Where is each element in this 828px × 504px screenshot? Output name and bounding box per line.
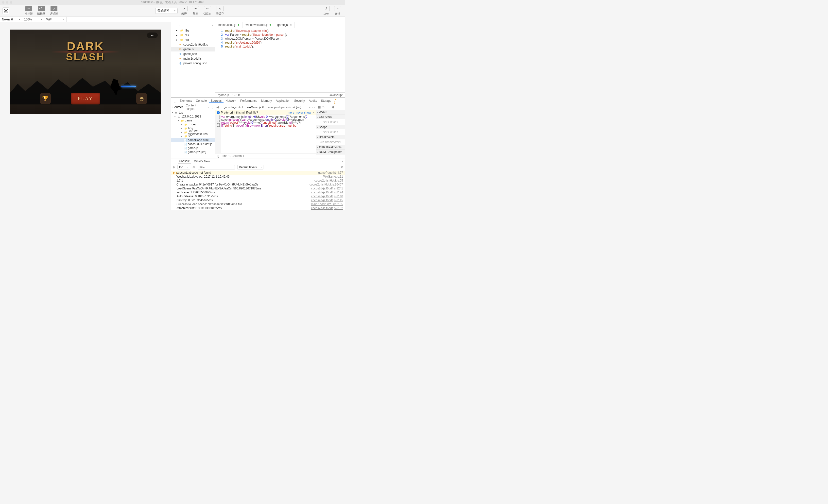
eye-icon[interactable]: 👁 [193, 166, 196, 169]
background-button[interactable]: ⇤切后台 [202, 6, 213, 15]
details-button[interactable]: ≡详情 [333, 6, 342, 15]
log-row[interactable]: AutoRelease: 0.1845703125mscocos2d-js.f6… [171, 194, 345, 198]
log-source-link[interactable]: cocos2d-js.f6ddf.js:8162 [311, 206, 343, 210]
folder-item[interactable]: ▸📁src [171, 37, 215, 42]
log-row[interactable]: Create unpacker 041e40617 for 9ayXuOmtRJ… [171, 182, 345, 186]
log-source-link[interactable]: cocos2d-js.f6ddf.js:8140 [311, 195, 343, 198]
log-source-link[interactable]: cocos2d-js.f6ddf.js:8241 [311, 187, 343, 190]
scope-section[interactable]: Scope [316, 125, 345, 129]
log-row[interactable]: InitScene: 1.27685546875mscocos2d-js.f6d… [171, 191, 345, 194]
sources-subtab[interactable]: Sources [172, 106, 183, 109]
layout-icon[interactable]: ▭ [312, 106, 315, 109]
pretty-never-link[interactable]: never show [296, 111, 311, 114]
gear-icon[interactable]: ⚙ [341, 166, 343, 169]
editor-tab[interactable]: wx-downloader.js [243, 22, 274, 28]
editor-tab[interactable]: game.js× [274, 22, 295, 28]
devtools-tab-network[interactable]: Network [223, 99, 238, 102]
content-scripts-subtab[interactable]: Content scripts [186, 104, 205, 111]
minimize-dot[interactable] [6, 1, 8, 4]
breakpoints-section[interactable]: Breakpoints [316, 135, 345, 139]
devtools-tab-performance[interactable]: Performance [238, 99, 259, 102]
devtools-tab-audits[interactable]: Audits [307, 99, 319, 102]
game-screen[interactable]: DARK SLASH PLAY 🏆 ◓ ••• [10, 30, 161, 114]
debugger-button[interactable]: ⇄调试器 [48, 6, 59, 15]
folder-item[interactable]: ▸📁res [171, 33, 215, 37]
devtools-tab-sources[interactable]: Sources [209, 99, 223, 103]
game-menu-button[interactable]: ••• [147, 33, 158, 38]
close-dot[interactable] [2, 1, 4, 4]
play-button[interactable]: PLAY [71, 93, 100, 104]
pretty-more-link[interactable]: more [288, 111, 294, 114]
code-editor[interactable]: 12345 require('libs/weapp-adapter-min');… [215, 28, 345, 92]
log-source-link[interactable]: cocos2d-js.f6ddf.js:65 [315, 179, 343, 182]
log-row[interactable]: LoadScene 9ayXuOmtRJHqNEkSAJaaOs: 566.89… [171, 186, 345, 191]
sources-tree[interactable]: ▾▭top ▾☁127.0.0.1:9973 ▾📁game ▸📁__dev__▸… [171, 110, 215, 158]
file-item[interactable]: {}project.config.json [171, 61, 215, 66]
close-icon[interactable]: × [290, 24, 292, 26]
log-source-link[interactable]: cocos2d-js.f6ddf.js:26457 [309, 183, 343, 186]
source-file-tab[interactable]: gamePage.html [222, 105, 245, 110]
console-log[interactable]: ▶▲subcontext code not foundgamePage.html… [171, 170, 345, 210]
log-row[interactable]: 1.7.1cocos2d-js.f6ddf.js:65 [171, 179, 345, 182]
clear-cache-button[interactable]: ≋清缓存 [214, 6, 225, 15]
step-out-icon[interactable]: ↑ [329, 106, 331, 109]
log-source-link[interactable]: WAGame.js:11 [323, 175, 343, 178]
app-logo[interactable]: 🐼 [2, 7, 9, 14]
log-row[interactable]: Wechat Lib:develop, 2017.12.1 19:42:46WA… [171, 175, 345, 179]
clear-console-icon[interactable]: ⊘ [172, 166, 175, 169]
zoom-select[interactable]: 100% [22, 17, 44, 22]
log-source-link[interactable]: gamePage.html:77 [318, 171, 343, 174]
warning-count[interactable]: ▲ 1 [334, 97, 339, 104]
levels-select[interactable]: Default levels [237, 165, 263, 169]
context-select[interactable]: top [177, 165, 190, 169]
close-icon[interactable]: × [342, 160, 343, 163]
network-select[interactable]: WiFi [44, 17, 67, 22]
shield-button[interactable]: ◓ [136, 93, 147, 104]
step-into-icon[interactable]: ↓ [326, 106, 328, 109]
nav-back-icon[interactable]: ◀▭ [216, 106, 221, 109]
callstack-section[interactable]: Call Stack [316, 115, 345, 119]
file-item[interactable]: JSgame.js [171, 47, 215, 51]
console-tab[interactable]: Console [178, 158, 191, 164]
deactivate-icon[interactable]: ⬮ [332, 106, 334, 109]
source-file-tab[interactable]: weapp-adapter-min.js? [sm] [266, 105, 303, 110]
preview-button[interactable]: 👁预览 [191, 6, 200, 15]
inspect-icon[interactable]: ⬚ [172, 99, 177, 103]
devtools-tab-storage[interactable]: Storage [319, 99, 333, 102]
devtools-more-icon[interactable]: ⋮ [340, 99, 343, 103]
file-item[interactable]: {}game.json [171, 51, 215, 56]
log-row[interactable]: Destroy: 0.06103515625mscocos2d-js.f6ddf… [171, 198, 345, 202]
log-row[interactable]: ▶▲subcontext code not foundgamePage.html… [171, 171, 345, 175]
search-icon[interactable]: ⌕ [178, 24, 179, 27]
log-source-link[interactable]: main.1cddd.js? [sm]:135 [311, 203, 343, 206]
maximize-dot[interactable] [10, 1, 12, 4]
devtools-tab-elements[interactable]: Elements [178, 99, 194, 102]
tree-file[interactable]: 📄gamePage.html [171, 138, 215, 142]
devtools-tab-security[interactable]: Security [292, 99, 307, 102]
log-source-link[interactable]: cocos2d-js.f6ddf.js:8145 [311, 199, 343, 202]
tree-folder[interactable]: ▸📁__dev__ [171, 122, 215, 126]
devtools-tab-memory[interactable]: Memory [259, 99, 274, 102]
compile-mode-select[interactable]: 普通编译 [155, 8, 178, 14]
window-controls[interactable] [2, 1, 12, 4]
editor-button[interactable]: </>编辑器 [36, 6, 47, 15]
editor-tab[interactable]: main.0ccd0.js [215, 22, 243, 28]
chevron-icon[interactable]: » [309, 106, 310, 109]
filter-input[interactable] [198, 165, 235, 169]
xhr-breakpoints-section[interactable]: XHR Breakpoints [316, 145, 345, 150]
step-over-icon[interactable]: ↷ [322, 106, 325, 109]
whatsnew-tab[interactable]: What's New [193, 158, 211, 164]
simulator-button[interactable]: ▭模拟器 [23, 6, 34, 15]
console-menu-icon[interactable]: ⋮ [172, 160, 175, 163]
file-item[interactable]: JScocos2d-js.f6ddf.js [171, 42, 215, 47]
chevron-icon[interactable]: » [207, 106, 209, 109]
tree-file[interactable]: 📄cocos2d-js.f6ddf.js [171, 142, 215, 146]
close-icon[interactable]: × [313, 111, 314, 114]
file-item[interactable]: JSmain.1cddd.js [171, 56, 215, 61]
device-select[interactable]: Nexus 6 [0, 17, 22, 22]
dom-breakpoints-section[interactable]: DOM Breakpoints [316, 150, 345, 154]
tree-folder[interactable]: ▸📁res/raw-assets/textures [171, 130, 215, 134]
more-icon[interactable]: ⋮ [211, 106, 214, 109]
pause-icon[interactable]: ▮▮ [318, 106, 321, 109]
devtools-tab-console[interactable]: Console [194, 99, 209, 102]
